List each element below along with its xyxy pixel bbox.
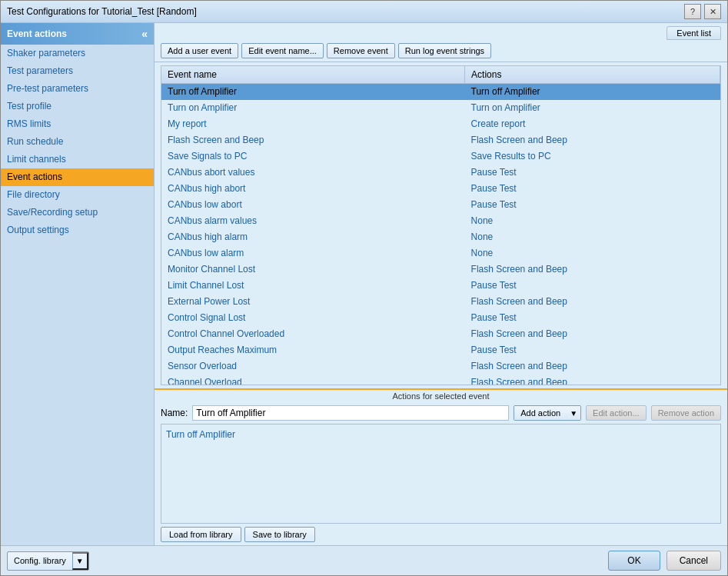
title-bar: Test Configurations for Tutorial_Test [R…	[1, 1, 727, 23]
table-row[interactable]: Control Channel OverloadedFlash Screen a…	[161, 326, 720, 342]
right-panel: Event list Add a user event Edit event n…	[155, 23, 727, 545]
library-row: Load from library Save to library	[161, 527, 721, 542]
cancel-button[interactable]: Cancel	[667, 551, 721, 571]
events-table: Event name Actions Turn off AmplifierTur…	[161, 65, 721, 385]
edit-action-button: Edit action...	[586, 405, 647, 421]
table-row[interactable]: External Power LostFlash Screen and Beep	[161, 294, 720, 310]
actions-name-row: Name: Add action ▼ Edit action... Remove…	[161, 405, 721, 421]
sidebar-title: Event actions	[7, 28, 67, 39]
add-action-button[interactable]: Add action	[514, 406, 567, 420]
sidebar-item-rms[interactable]: RMS limits	[1, 115, 154, 133]
save-to-library-button[interactable]: Save to library	[244, 527, 315, 542]
table-row[interactable]: Control Signal LostPause Test	[161, 310, 720, 326]
close-button[interactable]: ✕	[704, 4, 721, 19]
config-library-arrow[interactable]: ▼	[72, 552, 88, 570]
action-name-input[interactable]	[192, 405, 509, 421]
table-row[interactable]: Turn on AmplifierTurn on Amplifier	[161, 100, 720, 116]
sidebar-header: Event actions «	[1, 23, 154, 45]
toolbar: Add a user event Edit event name... Remo…	[155, 40, 727, 62]
add-user-event-button[interactable]: Add a user event	[161, 43, 238, 58]
sidebar-collapse-icon[interactable]: «	[141, 28, 148, 40]
sidebar-item-output-settings[interactable]: Output settings	[1, 221, 154, 239]
remove-event-button[interactable]: Remove event	[327, 43, 395, 58]
load-from-library-button[interactable]: Load from library	[161, 527, 241, 542]
table-row[interactable]: CANbus abort valuesPause Test	[161, 165, 720, 181]
name-label: Name:	[161, 408, 188, 418]
config-library-button[interactable]: Config. library	[8, 553, 72, 568]
title-bar-buttons: ? ✕	[684, 4, 721, 19]
table-row[interactable]: Flash Screen and BeepFlash Screen and Be…	[161, 132, 720, 148]
event-list-tab[interactable]: Event list	[667, 26, 721, 40]
sidebar-item-test-profile[interactable]: Test profile	[1, 98, 154, 115]
add-action-button-group: Add action ▼	[514, 405, 581, 421]
table-row[interactable]: Monitor Channel LostFlash Screen and Bee…	[161, 261, 720, 278]
sidebar-item-event-actions[interactable]: Event actions	[1, 168, 154, 186]
table-row[interactable]: Turn off AmplifierTurn off Amplifier	[161, 84, 720, 100]
sidebar: Event actions « Shaker parameters Test p…	[1, 23, 155, 545]
actions-section: Actions for selected event Name: Add act…	[155, 388, 727, 545]
sidebar-item-run-schedule[interactable]: Run schedule	[1, 133, 154, 151]
add-action-dropdown-arrow[interactable]: ▼	[567, 406, 580, 420]
table-row[interactable]: Output Reaches MaximumPause Test	[161, 342, 720, 358]
table-row[interactable]: My reportCreate report	[161, 116, 720, 132]
table-row[interactable]: Channel OverloadFlash Screen and Beep	[161, 375, 720, 386]
event-list-tab-row: Event list	[155, 23, 727, 40]
table-row[interactable]: Limit Channel LostPause Test	[161, 278, 720, 294]
table-row[interactable]: CANbus alarm valuesNone	[161, 213, 720, 229]
table-row[interactable]: Save Signals to PCSave Results to PC	[161, 148, 720, 165]
config-library-button-group: Config. library ▼	[7, 551, 89, 571]
table-row[interactable]: CANbus high abortPause Test	[161, 181, 720, 197]
sidebar-item-pretest[interactable]: Pre-test parameters	[1, 80, 154, 98]
main-window: Test Configurations for Tutorial_Test [R…	[0, 0, 728, 576]
window-title: Test Configurations for Tutorial_Test [R…	[7, 6, 197, 17]
col-header-actions: Actions	[465, 66, 720, 84]
sidebar-item-save-recording[interactable]: Save/Recording setup	[1, 204, 154, 221]
table-row[interactable]: CANbus low abortPause Test	[161, 197, 720, 213]
actions-header: Actions for selected event	[161, 390, 721, 402]
remove-action-button: Remove action	[651, 405, 721, 421]
sidebar-item-limit-channels[interactable]: Limit channels	[1, 151, 154, 168]
table-row[interactable]: Sensor OverloadFlash Screen and Beep	[161, 358, 720, 375]
ok-button[interactable]: OK	[608, 551, 660, 571]
run-log-button[interactable]: Run log event strings	[398, 43, 491, 58]
actions-content-text: Turn off Amplifier	[166, 429, 235, 440]
actions-content-area: Turn off Amplifier	[161, 424, 721, 524]
table-row[interactable]: CANbus low alarmNone	[161, 245, 720, 261]
col-header-event-name: Event name	[161, 66, 465, 84]
bottom-buttons: OK Cancel	[608, 551, 721, 571]
edit-event-name-button[interactable]: Edit event name...	[241, 43, 324, 58]
sidebar-item-file-directory[interactable]: File directory	[1, 186, 154, 204]
table-row[interactable]: CANbus high alarmNone	[161, 229, 720, 245]
sidebar-item-shaker[interactable]: Shaker parameters	[1, 45, 154, 62]
bottom-bar: Config. library ▼ OK Cancel	[1, 545, 727, 575]
help-button[interactable]: ?	[684, 4, 701, 19]
sidebar-item-test-params[interactable]: Test parameters	[1, 62, 154, 80]
main-content: Event actions « Shaker parameters Test p…	[1, 23, 727, 545]
actions-header-label: Actions for selected event	[388, 391, 494, 401]
